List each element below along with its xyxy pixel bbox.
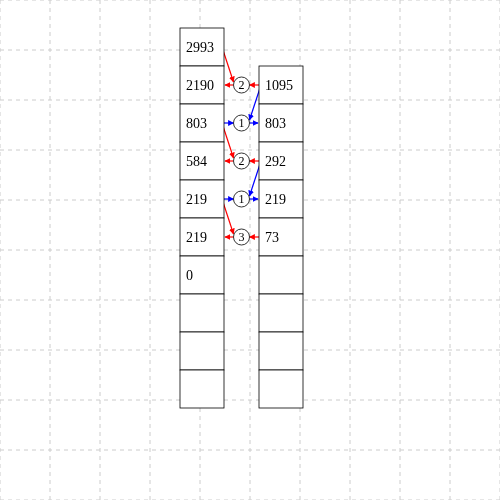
- left-cell: [180, 332, 224, 370]
- right-value: 219: [265, 192, 286, 207]
- right-value: 803: [265, 116, 286, 131]
- right-value: 292: [265, 154, 286, 169]
- left-value: 2190: [186, 78, 214, 93]
- right-cell: [259, 332, 303, 370]
- right-value: 73: [265, 230, 279, 245]
- left-value: 2993: [186, 40, 214, 55]
- right-value: 1095: [265, 78, 293, 93]
- op-label: 1: [239, 192, 245, 206]
- left-value: 803: [186, 116, 207, 131]
- op-label: 2: [239, 78, 245, 92]
- left-value: 0: [186, 268, 193, 283]
- left-value: 219: [186, 230, 207, 245]
- right-cell: [259, 256, 303, 294]
- right-cell: [259, 294, 303, 332]
- left-value: 219: [186, 192, 207, 207]
- left-cell: [180, 294, 224, 332]
- op-label: 3: [239, 230, 245, 244]
- left-value: 584: [186, 154, 207, 169]
- op-label: 2: [239, 154, 245, 168]
- op-label: 1: [239, 116, 245, 130]
- left-cell: [180, 370, 224, 408]
- right-cell: [259, 370, 303, 408]
